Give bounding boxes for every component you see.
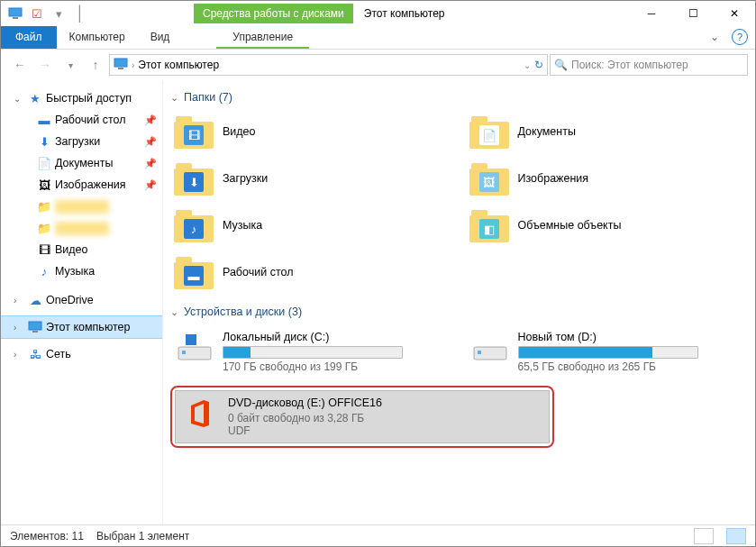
- chevron-down-icon: ⌄: [170, 92, 178, 104]
- nav-label: Рабочий стол: [55, 114, 125, 126]
- blurred-label: [55, 222, 109, 235]
- contextual-tab-header: Средства работы с дисками: [194, 4, 353, 23]
- help-icon[interactable]: ?: [732, 29, 748, 45]
- nav-label: Документы: [55, 157, 113, 169]
- drive-grid: Локальный диск (C:) 170 ГБ свободно из 1…: [170, 325, 751, 448]
- nav-network[interactable]: › 🖧 Сеть: [1, 343, 162, 365]
- group-title: Папки (7): [184, 91, 232, 104]
- folder-icon: 🖼: [469, 161, 509, 196]
- address-path: Этот компьютер: [138, 59, 219, 71]
- svg-rect-3: [118, 68, 123, 69]
- qat-dropdown-icon[interactable]: ▾: [50, 5, 68, 23]
- nav-label: Музыка: [55, 265, 95, 278]
- music-icon: ♪: [37, 264, 51, 278]
- drive-c[interactable]: Локальный диск (C:) 170 ГБ свободно из 1…: [170, 325, 457, 378]
- folder-icon: 📁: [37, 221, 51, 235]
- pin-icon: 📌: [144, 136, 157, 148]
- address-bar[interactable]: › Этот компьютер ⌄ ↻: [109, 54, 548, 76]
- forward-button[interactable]: →: [33, 53, 57, 77]
- pc-icon: [28, 320, 42, 334]
- network-icon: 🖧: [28, 347, 42, 361]
- download-icon: ⬇: [37, 134, 51, 149]
- star-icon: ★: [28, 91, 42, 105]
- folder-label: Объемные объекты: [518, 219, 622, 232]
- document-icon: 📄: [37, 156, 51, 170]
- folder-label: Загрузки: [223, 172, 268, 185]
- tab-manage[interactable]: Управление: [216, 26, 309, 49]
- drive-name: DVD-дисковод (E:) OFFICE16: [228, 397, 543, 409]
- nav-blur-2[interactable]: 📁: [1, 217, 162, 239]
- minimize-button[interactable]: ─: [631, 1, 672, 26]
- folder-tile[interactable]: 🖼 Изображения: [466, 158, 752, 199]
- nav-label: Изображения: [55, 178, 126, 191]
- back-button[interactable]: ←: [8, 53, 32, 77]
- nav-pictures[interactable]: 🖼 Изображения 📌: [1, 174, 162, 196]
- nav-label: Быстрый доступ: [46, 92, 132, 105]
- recent-locations-icon[interactable]: ▾: [59, 53, 82, 77]
- nav-desktop[interactable]: ▬ Рабочий стол 📌: [1, 109, 162, 131]
- folder-label: Документы: [518, 125, 576, 138]
- drive-name: Локальный диск (C:): [223, 331, 451, 343]
- nav-videos[interactable]: 🎞 Видео: [1, 239, 162, 260]
- folder-label: Изображения: [518, 172, 589, 185]
- group-header-devices[interactable]: ⌄ Устройства и диски (3): [170, 305, 751, 318]
- refresh-icon[interactable]: ↻: [534, 59, 543, 71]
- drive-usage-bar: [223, 346, 403, 359]
- nav-documents[interactable]: 📄 Документы 📌: [1, 152, 162, 174]
- nav-blur-1[interactable]: 📁: [1, 196, 162, 217]
- nav-music[interactable]: ♪ Музыка: [1, 260, 162, 282]
- folder-tile[interactable]: 📄 Документы: [466, 111, 752, 152]
- folder-icon: ▬: [174, 255, 214, 289]
- up-button[interactable]: ↑: [84, 53, 107, 77]
- pictures-icon: 🖼: [37, 178, 51, 192]
- group-title: Устройства и диски (3): [184, 305, 302, 318]
- tab-view[interactable]: Вид: [138, 26, 183, 49]
- drive-icon: [471, 331, 509, 365]
- folder-icon: 🎞: [174, 114, 214, 149]
- svg-rect-1: [13, 17, 18, 19]
- address-dropdown-icon[interactable]: ⌄: [524, 60, 531, 70]
- view-large-icons-button[interactable]: [726, 528, 746, 544]
- checkbox-icon[interactable]: ☑: [28, 5, 46, 23]
- maximize-button[interactable]: ☐: [672, 1, 714, 26]
- pin-icon: 📌: [144, 114, 157, 126]
- drive-d[interactable]: Новый том (D:) 65,5 ГБ свободно из 265 Г…: [466, 325, 752, 378]
- monitor-icon: [6, 5, 24, 23]
- folder-icon: ♪: [174, 208, 214, 242]
- divider-icon: │: [71, 5, 89, 23]
- folder-label: Рабочий стол: [223, 266, 293, 278]
- ribbon-expand-icon[interactable]: ⌄: [701, 26, 728, 49]
- group-header-folders[interactable]: ⌄ Папки (7): [170, 91, 751, 104]
- view-details-button[interactable]: [694, 528, 714, 544]
- drive-dvd[interactable]: DVD-дисковод (E:) OFFICE16 0 байт свобод…: [176, 391, 549, 442]
- nav-this-pc[interactable]: › Этот компьютер: [1, 316, 162, 338]
- close-button[interactable]: ✕: [714, 1, 755, 26]
- folder-tile[interactable]: ♪ Музыка: [170, 205, 457, 246]
- nav-downloads[interactable]: ⬇ Загрузки 📌: [1, 131, 162, 152]
- svg-rect-5: [32, 331, 38, 333]
- tab-computer[interactable]: Компьютер: [57, 26, 138, 49]
- svg-rect-4: [29, 322, 41, 330]
- tab-file[interactable]: Файл: [1, 26, 57, 49]
- office-icon: [181, 397, 219, 431]
- folder-tile[interactable]: ◧ Объемные объекты: [466, 205, 752, 246]
- search-icon: 🔍: [554, 59, 568, 71]
- nav-onedrive[interactable]: › ☁ OneDrive: [1, 289, 162, 311]
- drive-icon: [176, 331, 214, 365]
- svg-rect-8: [186, 334, 196, 345]
- folder-label: Музыка: [223, 219, 262, 232]
- folder-icon: 📄: [469, 114, 509, 149]
- desktop-icon: ▬: [37, 113, 51, 127]
- drive-name: Новый том (D:): [518, 331, 747, 343]
- nav-quick-access[interactable]: ⌄ ★ Быстрый доступ: [1, 87, 162, 109]
- folder-tile[interactable]: ▬ Рабочий стол: [170, 251, 457, 293]
- window-title: Этот компьютер: [364, 7, 445, 20]
- blurred-label: [55, 200, 109, 214]
- folder-tile[interactable]: 🎞 Видео: [170, 111, 457, 152]
- folder-icon: 📁: [37, 199, 51, 214]
- folder-tile[interactable]: ⬇ Загрузки: [170, 158, 457, 199]
- quick-access-toolbar: ☑ ▾ │: [1, 5, 95, 23]
- chevron-down-icon: ⌄: [170, 306, 178, 318]
- folder-icon: ◧: [469, 208, 509, 242]
- search-input[interactable]: 🔍 Поиск: Этот компьютер: [550, 54, 748, 76]
